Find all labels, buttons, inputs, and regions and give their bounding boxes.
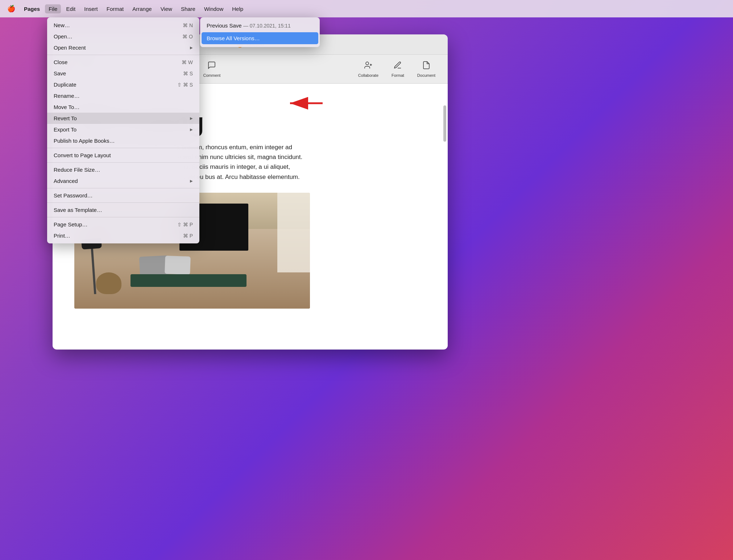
menu-item-advanced[interactable]: Advanced (47, 175, 199, 187)
menu-item-open-recent[interactable]: Open Recent (47, 42, 199, 53)
menubar-item-edit[interactable]: Edit (62, 4, 79, 13)
menu-item-duplicate[interactable]: Duplicate ⇧ ⌘ S (47, 79, 199, 90)
menu-item-duplicate-label: Duplicate (54, 82, 76, 88)
menu-item-print[interactable]: Print… ⌘ P (47, 230, 199, 241)
menubar-item-view[interactable]: View (157, 4, 176, 13)
menu-item-revert-to[interactable]: Revert To (47, 113, 199, 124)
menu-item-open-recent-label: Open Recent (54, 45, 86, 51)
menu-item-advanced-label: Advanced (54, 178, 78, 184)
menu-item-page-setup-label: Page Setup… (54, 221, 87, 227)
menu-item-new-label: New… (54, 22, 70, 28)
menu-separator-2 (47, 148, 199, 148)
menu-item-save[interactable]: Save ⌘ S (47, 68, 199, 79)
menubar-item-insert[interactable]: Insert (80, 4, 102, 13)
menu-item-rename-label: Rename… (54, 93, 80, 99)
menu-item-save-template[interactable]: Save as Template… (47, 204, 199, 216)
document-toolbar-icon (422, 61, 431, 72)
submenu-previous-save-date: — 07.10.2021, 15:11 (243, 23, 291, 29)
format-icon (393, 61, 402, 72)
menu-item-export-to-label: Export To (54, 126, 76, 133)
submenu-item-browse-all[interactable]: Browse All Versions… (202, 32, 318, 44)
menu-item-rename[interactable]: Rename… (47, 90, 199, 101)
menubar-item-window[interactable]: Window (200, 4, 227, 13)
file-menu: New… ⌘ N Open… ⌘ O Open Recent Close ⌘ W… (47, 17, 199, 243)
menubar-item-file[interactable]: File (45, 4, 61, 13)
menu-item-convert[interactable]: Convert to Page Layout (47, 150, 199, 161)
svg-point-9 (366, 62, 369, 65)
toolbar-collaborate-label: Collaborate (358, 73, 378, 78)
menu-item-export-to[interactable]: Export To (47, 124, 199, 135)
menu-separator-1 (47, 55, 199, 55)
menu-item-open-shortcut: ⌘ O (182, 34, 193, 39)
menubar-item-help[interactable]: Help (228, 4, 247, 13)
menu-separator-3 (47, 162, 199, 163)
menu-item-duplicate-shortcut: ⇧ ⌘ S (177, 82, 193, 88)
toolbar-document[interactable]: Document (412, 58, 440, 80)
menu-item-print-shortcut: ⌘ P (183, 233, 193, 239)
menu-item-print-label: Print… (54, 233, 70, 239)
menu-item-reduce-label: Reduce File Size… (54, 167, 100, 173)
menu-item-page-setup[interactable]: Page Setup… ⇧ ⌘ P (47, 219, 199, 230)
menu-item-move-to[interactable]: Move To… (47, 101, 199, 113)
menu-item-publish-label: Publish to Apple Books… (54, 138, 115, 144)
menu-item-new[interactable]: New… ⌘ N (47, 20, 199, 31)
menu-item-reduce[interactable]: Reduce File Size… (47, 164, 199, 175)
menubar-item-share[interactable]: Share (177, 4, 199, 13)
menubar-item-arrange[interactable]: Arrange (129, 4, 155, 13)
menu-item-close[interactable]: Close ⌘ W (47, 57, 199, 68)
collaborate-icon (364, 61, 373, 72)
menu-item-open[interactable]: Open… ⌘ O (47, 31, 199, 42)
scrollbar[interactable] (443, 105, 446, 142)
menu-separator-6 (47, 217, 199, 217)
menu-item-move-to-label: Move To… (54, 104, 79, 110)
menu-item-save-shortcut: ⌘ S (183, 71, 193, 76)
menu-item-revert-to-label: Revert To (54, 115, 77, 121)
menu-item-new-shortcut: ⌘ N (183, 22, 193, 28)
menu-separator-4 (47, 188, 199, 188)
menu-item-close-shortcut: ⌘ W (182, 59, 193, 65)
submenu-item-previous-save[interactable]: Previous Save — 07.10.2021, 15:11 (200, 20, 320, 32)
menu-item-save-label: Save (54, 70, 66, 76)
menubar-item-pages[interactable]: Pages (20, 4, 44, 13)
toolbar-collaborate[interactable]: Collaborate (353, 58, 384, 80)
toolbar-format[interactable]: Format (386, 58, 409, 80)
toolbar-document-label: Document (417, 73, 435, 78)
menu-item-publish[interactable]: Publish to Apple Books… (47, 135, 199, 146)
menu-item-convert-label: Convert to Page Layout (54, 152, 111, 158)
menu-item-set-password[interactable]: Set Password… (47, 190, 199, 201)
toolbar-format-label: Format (392, 73, 404, 78)
menubar-item-format[interactable]: Format (103, 4, 128, 13)
menu-item-open-label: Open… (54, 33, 73, 39)
apple-menu-icon[interactable]: 🍎 (7, 5, 15, 13)
menu-item-set-password-label: Set Password… (54, 192, 93, 198)
comment-icon (207, 61, 216, 72)
menu-item-page-setup-shortcut: ⇧ ⌘ P (177, 222, 193, 227)
menu-item-save-template-label: Save as Template… (54, 207, 102, 213)
toolbar-comment[interactable]: Comment (198, 58, 226, 80)
toolbar-comment-label: Comment (203, 73, 221, 78)
menu-item-close-label: Close (54, 59, 67, 65)
menubar: 🍎 Pages File Edit Insert Format Arrange … (0, 0, 733, 17)
submenu-browse-all-label: Browse All Versions… (207, 35, 260, 41)
menu-separator-5 (47, 202, 199, 203)
submenu-previous-save-label: Previous Save (207, 22, 242, 29)
revert-submenu: Previous Save — 07.10.2021, 15:11 Browse… (200, 17, 320, 47)
